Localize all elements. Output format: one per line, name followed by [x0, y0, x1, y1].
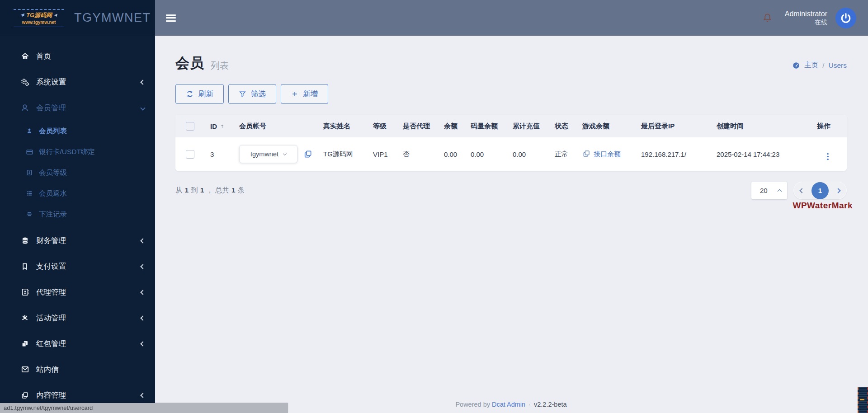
browser-status-bar: ad1.tgymw.net/tgymwnet/usercard — [0, 403, 288, 413]
user-icon — [19, 103, 31, 113]
account-value: tgymwnet — [250, 150, 278, 158]
powered-by-text: Powered by — [455, 401, 490, 408]
username: Administrator — [785, 9, 827, 19]
sidebar-menu: 首页 系统设置 会员管理 会员列表 — [0, 36, 155, 408]
page-subtitle: 列表 — [211, 60, 229, 73]
sidebar-item-label: 内容管理 — [36, 390, 66, 400]
chevron-down-icon — [140, 105, 145, 110]
refresh-button[interactable]: 刷新 — [175, 84, 224, 104]
notifications-bell-icon[interactable] — [762, 12, 773, 23]
sidebar-item-finance[interactable]: 财务管理 — [0, 228, 155, 253]
cell-total-recharge: 0.00 — [513, 137, 555, 171]
column-game-balance: 游戏余额 — [582, 115, 641, 137]
filter-button[interactable]: 筛选 — [228, 84, 276, 104]
cell-created-at: 2025-02-14 17:44:23 — [717, 137, 817, 171]
game-balance-link[interactable]: 接口余额 — [594, 150, 621, 159]
sidebar-item-label: 会员列表 — [39, 127, 67, 136]
sort-asc-icon[interactable] — [219, 123, 225, 129]
column-real-name: 真实姓名 — [323, 115, 373, 137]
online-status: 在线 — [785, 19, 827, 27]
sidebar-item-label: 银行卡/USDT绑定 — [39, 147, 95, 157]
credit-card-icon — [25, 148, 34, 156]
topbar: Administrator 在线 — [155, 0, 868, 36]
activity-icon — [19, 314, 31, 322]
footer-separator: · — [528, 401, 531, 408]
add-button[interactable]: 新增 — [281, 84, 328, 104]
cell-is-agent: 否 — [403, 137, 444, 171]
paper-plane-icon — [20, 11, 25, 19]
member-icon — [25, 127, 34, 135]
page-title: 会员 — [175, 54, 204, 73]
content-area: 会员 列表 主页 / Users 刷新 筛选 — [155, 36, 868, 413]
sidebar-item-bank-usdt[interactable]: 银行卡/USDT绑定 — [0, 141, 155, 162]
refresh-icon — [186, 90, 194, 98]
main-area: Administrator 在线 会员 列表 主页 / Users — [155, 0, 868, 413]
account-select[interactable]: tgymwnet — [239, 145, 297, 163]
cell-id: 3 — [210, 137, 239, 171]
logo-band[interactable]: TG源码网 www.tgymw.net TGYMWNET — [0, 0, 155, 36]
copy-game-balance-icon[interactable] — [582, 150, 590, 159]
cell-balance: 0.00 — [444, 137, 471, 171]
breadcrumb: 主页 / Users — [792, 61, 847, 73]
cell-last-login-ip: 192.168.217.1/ — [641, 137, 717, 171]
sidebar-item-agent[interactable]: 代理管理 — [0, 279, 155, 305]
page-size-value: 20 — [760, 187, 768, 194]
power-icon — [840, 12, 852, 24]
chevron-down-icon — [283, 151, 287, 155]
row-checkbox[interactable] — [186, 150, 194, 159]
logo-title: TG源码网 — [26, 11, 52, 19]
sidebar-item-member-list[interactable]: 会员列表 — [0, 121, 155, 141]
column-is-agent: 是否代理 — [403, 115, 444, 137]
address-book-icon — [19, 288, 31, 296]
sidebar-item-bet-records[interactable]: 下注记录 — [0, 204, 155, 225]
dcat-admin-link[interactable]: Dcat Admin — [492, 401, 525, 408]
site-logo: TG源码网 www.tgymw.net — [14, 9, 64, 27]
sidebar-item-site-mail[interactable]: 站内信 — [0, 357, 155, 382]
column-account: 会员帐号 — [239, 115, 323, 137]
sidebar-item-member-rebate[interactable]: 会员返水 — [0, 183, 155, 204]
members-table: ID 会员帐号 真实姓名 等级 是否代理 余额 码量余额 累计充值 状态 游戏余… — [175, 115, 847, 171]
column-last-login-ip: 最后登录IP — [641, 115, 717, 137]
sidebar-item-payment-settings[interactable]: 支付设置 — [0, 253, 155, 279]
copy-account-icon[interactable] — [303, 150, 312, 159]
sidebar-item-label: 站内信 — [36, 365, 59, 375]
row-actions-menu[interactable] — [827, 153, 829, 160]
list-footer: 从1到1， 总共1条 20 1 — [175, 182, 847, 199]
sidebar-item-member-management[interactable]: 会员管理 — [0, 95, 155, 121]
content-copy-icon — [19, 391, 31, 399]
sidebar-item-label: 首页 — [36, 52, 51, 61]
sidebar-item-activity[interactable]: 活动管理 — [0, 305, 155, 331]
current-page-button[interactable]: 1 — [811, 182, 829, 199]
home-icon — [19, 52, 31, 61]
cell-level: VIP1 — [373, 137, 403, 171]
select-all-checkbox[interactable] — [186, 122, 194, 131]
sidebar-item-home[interactable]: 首页 — [0, 43, 155, 69]
sidebar-item-member-level[interactable]: 会员等级 — [0, 162, 155, 183]
previous-page-button[interactable] — [799, 188, 804, 193]
database-icon — [19, 236, 31, 245]
sidebar-item-label: 系统设置 — [36, 77, 66, 87]
sidebar-item-label: 代理管理 — [36, 287, 66, 297]
chevron-left-icon — [140, 264, 145, 269]
sidebar-toggle-button[interactable] — [166, 14, 176, 22]
logout-power-button[interactable] — [835, 8, 856, 28]
bookmark-icon — [19, 263, 31, 271]
gears-icon — [19, 78, 31, 87]
sidebar-item-label: 会员等级 — [39, 168, 67, 178]
sidebar-item-red-packet[interactable]: 红包管理 — [0, 331, 155, 357]
breadcrumb-current[interactable]: Users — [829, 61, 847, 70]
filter-funnel-icon — [239, 90, 246, 98]
sidebar-item-system-settings[interactable]: 系统设置 — [0, 69, 155, 95]
next-page-button[interactable] — [835, 188, 840, 193]
sidebar-item-label: 会员返水 — [39, 189, 67, 198]
pagination-summary: 从1到1， 总共1条 — [175, 186, 247, 195]
column-actions: 操作 — [817, 115, 847, 137]
cell-status: 正常 — [555, 137, 582, 171]
user-block[interactable]: Administrator 在线 — [785, 9, 827, 27]
table-row: 3 tgymwnet TG源码网 V — [175, 137, 847, 171]
breadcrumb-separator: / — [822, 61, 824, 70]
page-size-select[interactable]: 20 — [751, 182, 787, 199]
chevron-left-icon — [140, 238, 145, 243]
breadcrumb-home-link[interactable]: 主页 — [804, 61, 818, 70]
sidebar: TG源码网 www.tgymw.net TGYMWNET 首页 系统设置 — [0, 0, 155, 413]
